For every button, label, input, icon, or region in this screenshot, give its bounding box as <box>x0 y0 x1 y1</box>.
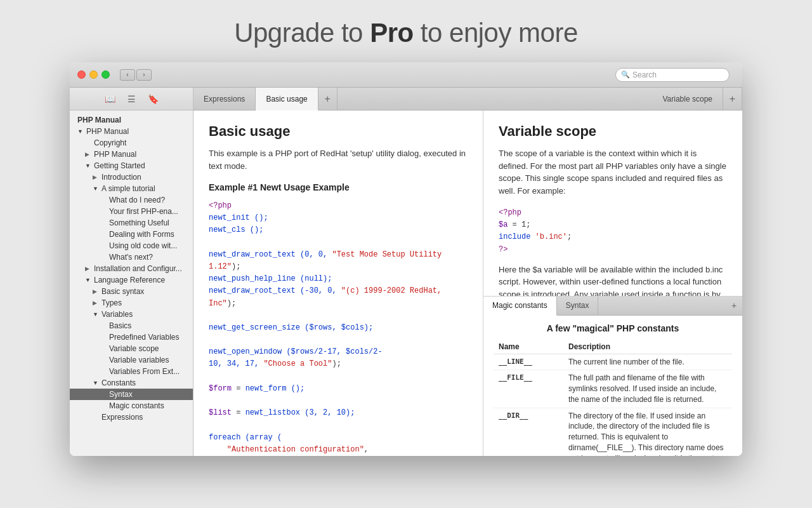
sidebar-item-variablesfromext[interactable]: Variables From Ext... <box>70 366 193 377</box>
search-icon: 🔍 <box>621 70 630 79</box>
table-row: __DIR__The directory of the file. If use… <box>494 408 732 456</box>
banner-text-normal: Upgrade to <box>234 18 370 48</box>
sidebar-item-constants[interactable]: ▼ Constants <box>70 377 193 389</box>
panels-content: Basic usage This example is a PHP port o… <box>193 110 742 456</box>
bottom-tab-magicconstants[interactable]: Magic constants <box>483 297 557 316</box>
sidebar-item-expressions[interactable]: Expressions <box>70 411 193 423</box>
tab-spacer <box>337 88 653 110</box>
sidebar-item-predefined[interactable]: Predefined Variables <box>70 331 193 343</box>
tab-add-button-right[interactable]: + <box>723 88 742 110</box>
panel-right-code: <?php $a = 1; include 'b.inc'; ?> <box>499 207 727 256</box>
search-bar[interactable]: 🔍 Search <box>615 68 730 82</box>
tab-variablescope[interactable]: Variable scope <box>653 88 724 110</box>
sidebar-book-icon[interactable]: 📖 <box>103 92 117 106</box>
table-row: __LINE__The current line number of the f… <box>494 354 732 370</box>
tab-expressions[interactable]: Expressions <box>193 88 256 110</box>
bottom-tab-add[interactable]: + <box>726 297 742 315</box>
tab-basicusage[interactable]: Basic usage <box>256 88 318 110</box>
sidebar-item-phpmanual[interactable]: ▼ PHP Manual <box>70 126 193 137</box>
panel-right-intro: The scope of a variable is the context w… <box>499 147 727 197</box>
sidebar-item-oldcode[interactable]: Using old code wit... <box>70 240 193 251</box>
sidebar-item-variablevariables[interactable]: Variable variables <box>70 354 193 366</box>
sidebar-item-basicsyntax[interactable]: ▶ Basic syntax <box>70 286 193 297</box>
sidebar-item-syntax[interactable]: Syntax <box>70 389 193 400</box>
nav-buttons: ‹ › <box>120 69 152 81</box>
sidebar-list-icon[interactable]: ☰ <box>124 92 138 106</box>
search-placeholder: Search <box>632 70 657 79</box>
sidebar-item-variablescope[interactable]: Variable scope <box>70 343 193 354</box>
panel-basic-usage: Basic usage This example is a PHP port o… <box>193 110 483 456</box>
magic-table-title: A few "magical" PHP constants <box>494 323 732 333</box>
content-area: 📖 ☰ 🔖 PHP Manual ▼ PHP Manual Copyright <box>70 88 742 456</box>
panel-left-title: Basic usage <box>209 123 468 140</box>
const-name-cell: __LINE__ <box>494 354 563 370</box>
minimize-button[interactable] <box>89 70 98 79</box>
sidebar-item-gettingstarted[interactable]: ▼ Getting Started <box>70 160 193 171</box>
banner-text-normal2: to enjoy more <box>414 18 578 48</box>
top-tabs-row: Expressions Basic usage + Variable scope… <box>193 88 742 110</box>
magic-constants-content: A few "magical" PHP constants Name Descr… <box>483 316 742 457</box>
panel-right: Variable scope The scope of a variable i… <box>483 110 742 456</box>
sidebar-item-magicconstants[interactable]: Magic constants <box>70 400 193 411</box>
sidebar-item-whatdoineed[interactable]: What do I need? <box>70 194 193 206</box>
sidebar-item-installation[interactable]: ▶ Installation and Configur... <box>70 263 193 274</box>
sidebar-bookmark-icon[interactable]: 🔖 <box>146 92 160 106</box>
const-name-cell: __DIR__ <box>494 408 563 456</box>
back-button[interactable]: ‹ <box>120 69 135 81</box>
sidebar-toolbar: 📖 ☰ 🔖 <box>70 88 193 110</box>
panel-right-body: Here the $a variable will be available w… <box>499 264 727 297</box>
sidebar-item-variables[interactable]: ▼ Variables <box>70 309 193 320</box>
const-desc-cell: The full path and filename of the file w… <box>563 370 732 408</box>
sidebar: 📖 ☰ 🔖 PHP Manual ▼ PHP Manual Copyright <box>70 88 193 456</box>
sidebar-item-simpletutorial[interactable]: ▼ A simple tutorial <box>70 183 193 194</box>
bottom-tab-syntax[interactable]: Syntax <box>557 297 599 315</box>
banner-text-bold: Pro <box>370 18 414 48</box>
table-row: __FILE__The full path and filename of th… <box>494 370 732 408</box>
sidebar-item-types[interactable]: ▶ Types <box>70 297 193 309</box>
panel-right-bottom: Magic constants Syntax + A few "magical"… <box>483 297 742 457</box>
main-panels: Expressions Basic usage + Variable scope… <box>193 88 742 456</box>
sidebar-tree: PHP Manual ▼ PHP Manual Copyright ▶ PHP … <box>70 110 193 456</box>
titlebar: ‹ › 🔍 Search <box>70 62 742 88</box>
tab-add-button[interactable]: + <box>318 88 337 110</box>
const-desc-cell: The current line number of the file. <box>563 354 732 370</box>
upgrade-banner: Upgrade to Pro to enjoy more <box>0 0 812 62</box>
sidebar-item-phpmanual2[interactable]: ▶ PHP Manual <box>70 149 193 160</box>
panel-variable-scope: Variable scope The scope of a variable i… <box>483 110 742 297</box>
close-button[interactable] <box>77 70 86 79</box>
sidebar-item-dealingforms[interactable]: Dealing with Forms <box>70 229 193 240</box>
col-desc: Description <box>563 340 732 354</box>
const-name-cell: __FILE__ <box>494 370 563 408</box>
traffic-lights <box>77 70 110 79</box>
sidebar-item-basics[interactable]: Basics <box>70 320 193 331</box>
col-name: Name <box>494 340 563 354</box>
sidebar-root-label: PHP Manual <box>70 113 193 126</box>
bottom-tabs-row: Magic constants Syntax + <box>483 297 742 316</box>
sidebar-item-copyright[interactable]: Copyright <box>70 137 193 149</box>
panel-left-example-title: Example #1 Newt Usage Example <box>209 182 468 192</box>
sidebar-item-languagereference[interactable]: ▼ Language Reference <box>70 274 193 286</box>
sidebar-item-introduction[interactable]: ▶ Introduction <box>70 171 193 183</box>
app-window: ‹ › 🔍 Search 📖 ☰ 🔖 PHP Manual ▼ PHP <box>70 62 742 456</box>
sidebar-item-whatsnext[interactable]: What's next? <box>70 251 193 263</box>
panel-right-title: Variable scope <box>499 123 727 140</box>
panel-left-code: <?php newt_init (); newt_cls (); newt_dr… <box>209 200 468 456</box>
magic-table: Name Description __LINE__The current lin… <box>494 340 732 457</box>
fullscreen-button[interactable] <box>102 70 110 79</box>
sidebar-item-firstphp[interactable]: Your first PHP-ena... <box>70 206 193 217</box>
const-desc-cell: The directory of the file. If used insid… <box>563 408 732 456</box>
forward-button[interactable]: › <box>136 69 152 81</box>
sidebar-item-somethinguseful[interactable]: Something Useful <box>70 217 193 229</box>
panel-left-intro: This example is a PHP port of RedHat 'se… <box>209 147 468 172</box>
